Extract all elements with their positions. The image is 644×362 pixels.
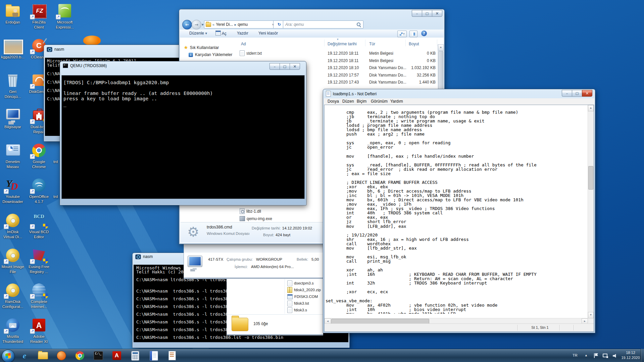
forward-button[interactable]: →: [192, 20, 201, 30]
desktop-icon-kgga2020[interactable]: kgga2020.b...: [0, 38, 26, 60]
desktop-icon-chrome[interactable]: Google Chrome: [26, 142, 52, 169]
scrollbar-thumb[interactable]: [588, 166, 593, 190]
action-center-icon[interactable]: [594, 353, 598, 358]
cpu-value: AMD Athlon(tm) 64 Pro...: [251, 265, 294, 269]
desktop-icon-label: Youtube Downloader: [0, 194, 26, 204]
header-separator[interactable]: [405, 40, 406, 46]
scroll-up-button[interactable]: ▲: [438, 44, 444, 51]
menu-view[interactable]: Görünüm: [371, 99, 388, 104]
desktop-icon-openoffice[interactable]: OpenOffice 4.1.7: [26, 177, 52, 204]
search-box[interactable]: Ara: qemu: [283, 20, 363, 29]
language-indicator[interactable]: TR: [573, 353, 578, 357]
network-icon[interactable]: [603, 354, 608, 358]
clock[interactable]: 18:12 19.12.2020: [620, 350, 641, 360]
desktop-icon-label: Adobe Reader XI: [26, 334, 52, 344]
taskbar-item-notepad[interactable]: [148, 350, 159, 361]
notepad-titlebar[interactable]: loadbmp1.s - Not Defteri: [323, 89, 595, 98]
table-row[interactable]: stderr.txt: [240, 50, 320, 57]
volume-icon[interactable]: [613, 354, 617, 358]
desktop-icon-control-panel[interactable]: Denetim Masası: [0, 142, 26, 169]
desktop-icon-eusing-registry[interactable]: Eusing Free Registry ...: [26, 247, 52, 274]
show-hidden-icons-button[interactable]: ▲: [585, 354, 588, 357]
close-button[interactable]: [432, 10, 442, 17]
taskbar-item-calculator[interactable]: [130, 350, 141, 361]
file-item[interactable]: FDISK3.COM: [287, 294, 318, 300]
desktop-icon-ramdisk[interactable]: RamDisk Configurat...: [0, 282, 26, 309]
notepad-text-area[interactable]: cmp eax, 2 ; two arguments (program file…: [326, 110, 587, 314]
print-button[interactable]: Yazdır: [237, 31, 248, 36]
taskbar-item-media-app[interactable]: [56, 350, 67, 361]
open-icon: [215, 31, 221, 36]
table-row[interactable]: qemu-img.exe: [240, 215, 320, 222]
header-separator[interactable]: [365, 40, 365, 46]
file-item[interactable]: fdisk3.s: [287, 307, 307, 313]
scroll-up-button[interactable]: ▲: [588, 105, 594, 111]
windows-logo-icon: [5, 353, 11, 359]
maximize-button[interactable]: [280, 63, 290, 70]
breadcrumb-root[interactable]: Yerel Di...: [216, 22, 233, 27]
desktop-icon-ms-expression[interactable]: Microsoft Expressi...: [51, 3, 78, 30]
column-header-date[interactable]: Değiştirme tarihi: [328, 42, 357, 46]
menu-edit[interactable]: Düzen: [342, 99, 354, 104]
maximize-button[interactable]: [572, 90, 582, 97]
file-item[interactable]: dsectpm3.s: [287, 280, 314, 286]
new-folder-button[interactable]: Yeni klasör: [258, 31, 278, 36]
breadcrumb-chevron[interactable]: «: [212, 22, 214, 27]
history-dropdown-icon[interactable]: ▾: [202, 22, 204, 27]
desktop-icon-visual-bcd[interactable]: Visual BCD Editor: [26, 212, 52, 240]
desktop-icon-thunderbird[interactable]: Mozilla Thunderbird: [0, 317, 26, 344]
preview-pane-button[interactable]: [409, 31, 417, 37]
scroll-down-button[interactable]: ▼: [588, 312, 594, 318]
minimize-button[interactable]: [412, 10, 422, 17]
back-button[interactable]: ←: [182, 20, 192, 30]
file-item[interactable]: fdisk3.lst: [287, 300, 309, 306]
taskbar-item-internet-explorer[interactable]: e: [19, 350, 30, 361]
menu-file[interactable]: Dosya: [328, 99, 339, 104]
desktop-icon-erdogan[interactable]: Erdoğan: [0, 3, 26, 25]
desktop-icon-recycle-bin[interactable]: Geri Dönüşü...: [0, 72, 26, 99]
taskbar-item-chrome[interactable]: [74, 350, 86, 361]
file-type: Metin Belgesi: [369, 57, 393, 64]
desktop-icon-youtube-downloader[interactable]: Youtube Downloader: [0, 177, 26, 204]
minimize-button[interactable]: [562, 90, 572, 97]
search-icon[interactable]: [356, 22, 361, 27]
taskbar-item-adobe-reader[interactable]: A: [111, 350, 122, 361]
table-row[interactable]: libz-1.dll: [240, 208, 320, 215]
file-item[interactable]: fdisk3_2020.zip: [287, 287, 321, 293]
window-title: QEMU (TRDOS386): [70, 63, 107, 68]
taskbar-item-command-prompt[interactable]: [93, 350, 104, 361]
zip-file-icon: [287, 287, 292, 293]
organize-menu[interactable]: Düzenle ▾: [189, 31, 207, 36]
desktop-icon-filezilla[interactable]: FileZilla Client: [26, 3, 52, 30]
menu-format[interactable]: Biçim: [357, 99, 366, 104]
desktop-icon-computer[interactable]: Bilgisayar: [0, 107, 26, 130]
close-button[interactable]: [290, 63, 300, 70]
header-separator[interactable]: [324, 40, 325, 46]
column-header-type[interactable]: Tür: [369, 42, 375, 46]
maximize-button[interactable]: [422, 10, 432, 17]
vertical-scrollbar[interactable]: ▲ ▼: [588, 105, 594, 318]
column-header-name[interactable]: Ad: [241, 42, 246, 46]
open-button[interactable]: Aç: [215, 31, 227, 36]
minimize-button[interactable]: [269, 63, 280, 70]
column-header-size[interactable]: Boyut: [409, 42, 419, 46]
breadcrumb-current[interactable]: qemu: [238, 22, 248, 27]
desktop-icon-imdisk[interactable]: ImDisk Virtual Di...: [0, 212, 26, 240]
desktop-icon-adobe-reader[interactable]: Adobe Reader XI: [26, 317, 52, 344]
close-button[interactable]: [582, 90, 592, 97]
file-type: Disk Yansıması Do...: [369, 64, 406, 71]
taskbar-item-explorer[interactable]: [37, 350, 49, 361]
sidebar-item-favorites[interactable]: ★ Sık Kullanılanlar: [184, 45, 219, 50]
address-bar[interactable]: « Yerel Di... ▸ qemu ▾: [204, 20, 276, 29]
sidebar-item-downloads[interactable]: ↓ Karşıdan Yüklemeler: [189, 52, 232, 57]
help-icon[interactable]: ?: [421, 31, 427, 36]
desktop-icon-complete-internet[interactable]: Complete Internet...: [26, 282, 52, 309]
views-button[interactable]: ▾: [397, 31, 407, 37]
taskbar-item-document[interactable]: [166, 350, 178, 361]
header-separator[interactable]: [437, 40, 437, 46]
start-button[interactable]: [2, 350, 15, 362]
show-desktop-button[interactable]: [641, 349, 644, 362]
desktop-icon-mount-image[interactable]: Mount Image File: [0, 247, 26, 274]
qemu-console-output[interactable]: [TRDOS] C:/BMP>loadbmp1 kgga2020.bmp lin…: [61, 75, 305, 199]
menu-help[interactable]: Yardım: [390, 99, 403, 104]
